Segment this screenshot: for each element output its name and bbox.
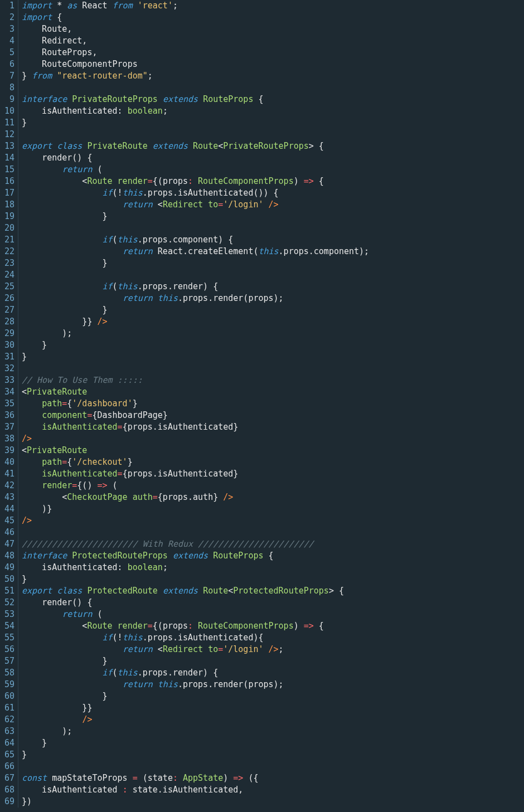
code-line[interactable] xyxy=(22,527,524,538)
token-tag: /> xyxy=(97,317,107,327)
code-line[interactable]: } xyxy=(22,351,524,363)
code-area[interactable]: import * as React from 'react';import { … xyxy=(18,0,524,808)
code-line[interactable]: interface PrivateRouteProps extends Rout… xyxy=(22,94,524,105)
code-line[interactable]: isAuthenticated: boolean; xyxy=(22,562,524,573)
code-line[interactable] xyxy=(22,761,524,772)
code-line[interactable]: return ( xyxy=(22,164,524,176)
code-line[interactable]: return <Redirect to='/login' />; xyxy=(22,644,524,655)
token-kw: import xyxy=(22,1,52,11)
code-line[interactable]: export class ProtectedRoute extends Rout… xyxy=(22,585,524,597)
code-line[interactable]: isAuthenticated: boolean; xyxy=(22,105,524,117)
token-ident: } xyxy=(22,738,47,748)
code-line[interactable]: return this.props.render(props); xyxy=(22,679,524,691)
code-line[interactable]: export class PrivateRoute extends Route<… xyxy=(22,140,524,152)
code-line[interactable]: <PrivateRoute xyxy=(22,445,524,456)
code-line[interactable] xyxy=(22,82,524,94)
code-line[interactable]: isAuthenticated : state.isAuthenticated, xyxy=(22,784,524,796)
code-line[interactable]: interface ProtectedRouteProps extends Ro… xyxy=(22,550,524,562)
code-line[interactable]: } xyxy=(22,749,524,761)
code-line[interactable]: }} xyxy=(22,702,524,714)
token-prop: path xyxy=(42,457,62,467)
code-line[interactable]: } xyxy=(22,655,524,667)
code-line[interactable]: /////////////////////// With Redux /////… xyxy=(22,538,524,550)
code-line[interactable]: }) xyxy=(22,796,524,808)
code-line[interactable]: <Route render={(props: RouteComponentPro… xyxy=(22,620,524,632)
code-line[interactable]: } xyxy=(22,257,524,269)
line-number: 27 xyxy=(2,304,14,316)
code-line[interactable]: } xyxy=(22,737,524,749)
code-line[interactable]: RouteProps, xyxy=(22,47,524,59)
code-line[interactable]: Route, xyxy=(22,23,524,35)
token-ident: RouteComponentProps xyxy=(22,59,138,69)
code-line[interactable]: /> xyxy=(22,433,524,445)
code-line[interactable]: import * as React from 'react'; xyxy=(22,0,524,12)
code-line[interactable]: } xyxy=(22,573,524,585)
code-line[interactable]: return this.props.render(props); xyxy=(22,293,524,304)
code-line[interactable]: isAuthenticated={props.isAuthenticated} xyxy=(22,468,524,480)
line-number-gutter: 1234567891011121314151617181920212223242… xyxy=(0,0,18,808)
code-line[interactable]: } xyxy=(22,117,524,129)
code-line[interactable]: ); xyxy=(22,726,524,737)
code-line[interactable]: return <Redirect to='/login' /> xyxy=(22,199,524,211)
code-line[interactable]: } xyxy=(22,691,524,702)
code-line[interactable]: )} xyxy=(22,503,524,515)
code-line[interactable]: component={DashboardPage} xyxy=(22,410,524,421)
token-punc: ; xyxy=(163,562,168,572)
code-line[interactable] xyxy=(22,222,524,234)
token-ident: } xyxy=(22,691,108,701)
code-line[interactable]: render() { xyxy=(22,597,524,609)
token-tag: /> xyxy=(269,200,279,210)
token-kw: as xyxy=(67,1,77,11)
code-line[interactable]: } xyxy=(22,211,524,222)
code-line[interactable]: return ( xyxy=(22,609,524,620)
code-line[interactable]: return React.createElement(this.props.co… xyxy=(22,246,524,257)
token-ident xyxy=(264,200,269,210)
code-line[interactable]: // How To Use Them ::::: xyxy=(22,375,524,386)
token-ident: props xyxy=(163,176,188,186)
code-line[interactable]: }} /> xyxy=(22,316,524,328)
token-ident: { xyxy=(334,586,344,596)
token-op: = xyxy=(153,492,158,502)
token-str: '/dashboard' xyxy=(72,398,132,409)
token-ident: ); xyxy=(22,328,72,338)
code-line[interactable]: render() { xyxy=(22,152,524,164)
code-line[interactable] xyxy=(22,363,524,375)
code-line[interactable]: if(this.props.render) { xyxy=(22,667,524,679)
code-line[interactable]: if(!this.props.isAuthenticated()) { xyxy=(22,187,524,199)
token-tag: /> xyxy=(22,434,32,444)
code-line[interactable]: import { xyxy=(22,12,524,23)
code-editor[interactable]: 1234567891011121314151617181920212223242… xyxy=(0,0,524,808)
code-line[interactable]: path={'/checkout'} xyxy=(22,456,524,468)
token-ident xyxy=(67,94,72,104)
token-ident: {props.isAuthenticated} xyxy=(123,469,239,479)
code-line[interactable]: /> xyxy=(22,714,524,726)
code-line[interactable]: isAuthenticated={props.isAuthenticated} xyxy=(22,421,524,433)
token-kw: if xyxy=(103,188,113,198)
code-line[interactable] xyxy=(22,269,524,281)
code-line[interactable]: const mapStateToProps = (state: AppState… xyxy=(22,772,524,784)
token-this: this xyxy=(123,188,143,198)
code-line[interactable]: ); xyxy=(22,328,524,339)
code-line[interactable] xyxy=(22,129,524,140)
line-number: 37 xyxy=(2,421,14,433)
code-line[interactable]: /> xyxy=(22,515,524,527)
token-ident xyxy=(188,141,193,151)
code-line[interactable]: <PrivateRoute xyxy=(22,386,524,398)
token-cmnt: /////////////////////// With Redux /////… xyxy=(22,539,314,549)
token-op: => xyxy=(233,773,243,783)
code-line[interactable]: <Route render={(props: RouteComponentPro… xyxy=(22,176,524,187)
code-line[interactable]: RouteComponentProps xyxy=(22,59,524,70)
code-line[interactable]: } from "react-router-dom"; xyxy=(22,70,524,82)
code-line[interactable]: } xyxy=(22,339,524,351)
token-op: = xyxy=(148,621,153,631)
token-ident xyxy=(67,551,72,561)
token-ident: { xyxy=(314,141,324,151)
code-line[interactable]: path={'/dashboard'} xyxy=(22,398,524,410)
code-line[interactable]: if(this.props.render) { xyxy=(22,281,524,293)
code-line[interactable]: render={() => ( xyxy=(22,480,524,492)
code-line[interactable]: } xyxy=(22,304,524,316)
code-line[interactable]: Redirect, xyxy=(22,35,524,47)
code-line[interactable]: <CheckoutPage auth={props.auth} /> xyxy=(22,492,524,503)
code-line[interactable]: if(this.props.component) { xyxy=(22,234,524,246)
code-line[interactable]: if(!this.props.isAuthenticated){ xyxy=(22,632,524,644)
